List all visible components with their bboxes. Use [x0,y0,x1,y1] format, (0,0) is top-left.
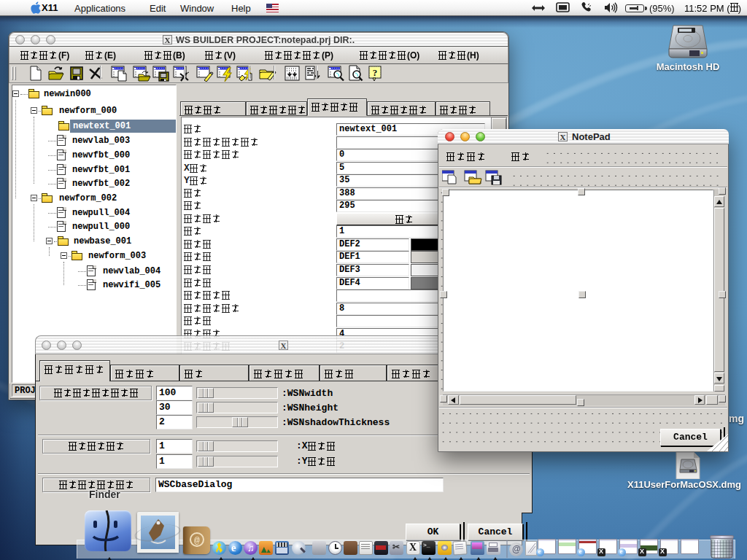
svg-text:?: ? [373,67,378,78]
